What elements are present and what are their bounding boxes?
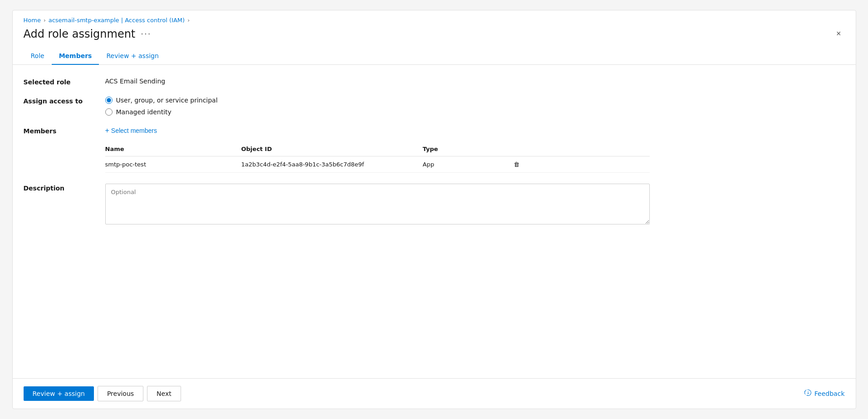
selected-role-row: Selected role ACS Email Sending [24, 78, 845, 86]
description-label: Description [24, 184, 105, 192]
description-textarea[interactable] [105, 184, 650, 224]
footer: Review + assign Previous Next Feedback [13, 378, 856, 409]
description-row: Description [24, 184, 845, 224]
radio-user-group-input[interactable] [105, 97, 113, 104]
breadcrumb-sep2: › [187, 17, 190, 24]
select-members-label: Select members [111, 127, 157, 134]
member-type: App [423, 161, 514, 168]
selected-role-value: ACS Email Sending [105, 78, 166, 85]
members-section: + Select members Name Object ID Type smt… [105, 127, 845, 173]
breadcrumb-home[interactable]: Home [24, 17, 41, 24]
col-header-type: Type [423, 146, 514, 152]
col-header-actions [514, 146, 541, 152]
member-name: smtp-poc-test [105, 161, 241, 168]
tab-members[interactable]: Members [52, 48, 99, 65]
members-table: Name Object ID Type smtp-poc-test 1a2b3c… [105, 142, 650, 173]
close-button[interactable]: × [833, 27, 845, 40]
feedback-icon [804, 389, 812, 398]
radio-option-managed-identity[interactable]: Managed identity [105, 108, 218, 116]
members-row: Members + Select members Name Object ID … [24, 127, 845, 173]
select-members-button[interactable]: + Select members [105, 127, 157, 135]
tab-review-assign[interactable]: Review + assign [99, 48, 166, 65]
tab-role[interactable]: Role [24, 48, 52, 65]
col-header-name: Name [105, 146, 241, 152]
add-role-assignment-panel: Home › acsemail-smtp-example | Access co… [12, 10, 856, 409]
feedback-button[interactable]: Feedback [804, 389, 845, 398]
panel-title-row: Add role assignment ··· [24, 28, 152, 40]
radio-option-user-group[interactable]: User, group, or service principal [105, 97, 218, 104]
selected-role-label: Selected role [24, 78, 105, 86]
delete-member-icon[interactable]: 🗑 [514, 161, 541, 168]
assign-access-radio-group: User, group, or service principal Manage… [105, 97, 218, 116]
breadcrumb-resource[interactable]: acsemail-smtp-example | Access control (… [49, 17, 185, 24]
panel-header: Add role assignment ··· × [13, 24, 856, 48]
previous-button[interactable]: Previous [98, 386, 143, 401]
review-assign-button[interactable]: Review + assign [24, 386, 94, 401]
assign-access-label: Assign access to [24, 97, 105, 105]
radio-managed-identity-label: Managed identity [116, 108, 172, 116]
feedback-label: Feedback [814, 390, 845, 397]
breadcrumb-sep1: › [44, 17, 46, 24]
more-options-icon[interactable]: ··· [141, 29, 151, 39]
radio-managed-identity-input[interactable] [105, 108, 113, 116]
footer-left: Review + assign Previous Next [24, 386, 181, 401]
breadcrumb: Home › acsemail-smtp-example | Access co… [13, 10, 856, 24]
radio-user-group-label: User, group, or service principal [116, 97, 218, 104]
page-title: Add role assignment [24, 28, 136, 40]
main-content: Selected role ACS Email Sending Assign a… [13, 65, 856, 378]
members-label: Members [24, 127, 105, 135]
tabs-nav: Role Members Review + assign [13, 48, 856, 65]
next-button[interactable]: Next [147, 386, 181, 401]
assign-access-row: Assign access to User, group, or service… [24, 97, 845, 116]
col-header-object-id: Object ID [241, 146, 423, 152]
member-object-id: 1a2b3c4d-e2f4-5aa8-9b1c-3a5b6c7d8e9f [241, 161, 423, 168]
members-table-header: Name Object ID Type [105, 142, 650, 156]
plus-icon: + [105, 127, 109, 135]
table-row: smtp-poc-test 1a2b3c4d-e2f4-5aa8-9b1c-3a… [105, 156, 650, 173]
